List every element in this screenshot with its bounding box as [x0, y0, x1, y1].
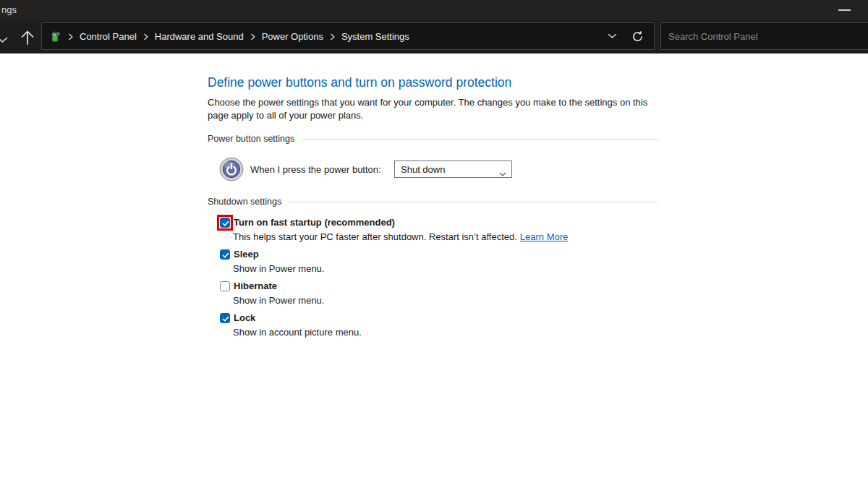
section-rule [289, 202, 658, 202]
lock-label[interactable]: Lock [234, 312, 255, 324]
breadcrumb-separator-icon [143, 33, 148, 40]
content-area: Define power buttons and turn on passwor… [0, 53, 868, 488]
sleep-checkbox[interactable] [220, 249, 230, 260]
sleep-description: Show in Power menu. [233, 263, 658, 274]
chevron-down-icon [499, 168, 506, 179]
lock-row: Lock Show in account picture menu. [208, 312, 658, 338]
navigation-bar: Control Panel Hardware and Sound Power O… [0, 20, 868, 53]
checkmark-icon [221, 251, 230, 260]
sleep-row: Sleep Show in Power menu. [208, 249, 658, 274]
power-action-selected-value: Shut down [401, 164, 445, 175]
breadcrumb-separator-icon [330, 33, 335, 40]
power-button-row: When I press the power button: Shut down [208, 157, 658, 181]
fast-startup-label[interactable]: Turn on fast startup (recommended) [234, 217, 395, 228]
section-rule [302, 139, 658, 140]
title-bar: ngs [0, 0, 868, 20]
sleep-label[interactable]: Sleep [234, 249, 259, 260]
search-box [660, 22, 868, 50]
learn-more-link[interactable]: Learn More [520, 231, 568, 242]
fast-startup-row: Turn on fast startup (recommended) This … [208, 217, 658, 242]
breadcrumb-system-settings[interactable]: System Settings [341, 31, 409, 42]
lock-checkbox[interactable] [220, 313, 230, 323]
breadcrumb-separator-icon [250, 33, 255, 40]
breadcrumb-separator-icon [68, 33, 73, 40]
power-button-icon [219, 157, 244, 181]
refresh-button[interactable] [628, 25, 647, 47]
search-input[interactable] [661, 31, 868, 42]
page-intro: Choose the power settings that you want … [208, 96, 655, 122]
fast-startup-description: This helps start your PC faster after sh… [233, 231, 658, 242]
power-options-battery-icon [49, 30, 61, 43]
shutdown-settings-header: Shutdown settings [208, 196, 658, 207]
breadcrumb-hardware-and-sound[interactable]: Hardware and Sound [155, 31, 244, 42]
section-label: Shutdown settings [208, 196, 281, 207]
page-title: Define power buttons and turn on passwor… [208, 74, 658, 90]
hibernate-row: Hibernate Show in Power menu. [208, 281, 658, 306]
power-button-settings-header: Power button settings [208, 133, 658, 145]
lock-description: Show in account picture menu. [233, 327, 658, 338]
up-arrow-icon [20, 29, 35, 46]
window-title: ngs [1, 4, 17, 15]
section-label: Power button settings [208, 133, 294, 145]
power-action-select[interactable]: Shut down [394, 160, 512, 178]
minimize-icon [838, 9, 851, 11]
hibernate-description: Show in Power menu. [233, 295, 658, 306]
checkmark-icon [221, 219, 230, 228]
address-bar[interactable]: Control Panel Hardware and Sound Power O… [41, 22, 655, 50]
minimize-button[interactable] [827, 0, 861, 20]
address-dropdown-chevron-icon[interactable] [603, 25, 621, 47]
history-chevron-down-icon[interactable] [0, 33, 8, 46]
refresh-icon [631, 30, 644, 43]
hibernate-label[interactable]: Hibernate [234, 281, 277, 292]
breadcrumb-power-options[interactable]: Power Options [262, 31, 323, 42]
settings-page: Define power buttons and turn on passwor… [208, 53, 658, 338]
power-button-prompt: When I press the power button: [250, 164, 381, 175]
breadcrumb-control-panel[interactable]: Control Panel [80, 31, 137, 42]
up-button[interactable] [17, 27, 38, 48]
hibernate-checkbox[interactable] [220, 281, 230, 291]
fast-startup-checkbox[interactable] [220, 218, 230, 228]
checkmark-icon [221, 314, 230, 323]
